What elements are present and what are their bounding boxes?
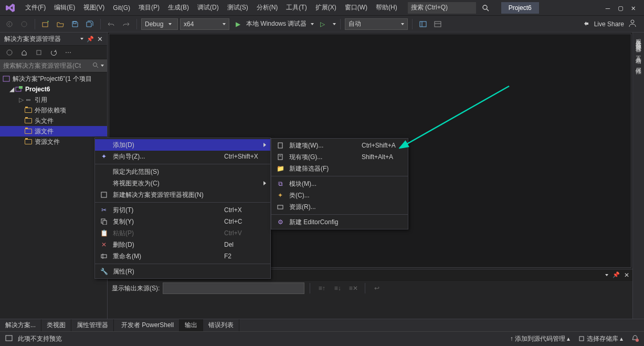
- svg-point-0: [483, 5, 487, 9]
- menu-existing-item[interactable]: 现有项(G)...Shift+Alt+A: [271, 151, 408, 163]
- open-button[interactable]: [54, 18, 67, 30]
- menu-class[interactable]: ✦类(C)...: [271, 190, 408, 201]
- more-icon[interactable]: ⋯: [62, 46, 75, 59]
- menu-cut[interactable]: ✂剪切(T)Ctrl+X: [95, 204, 270, 216]
- menu-build[interactable]: 生成(B): [164, 1, 193, 14]
- save-button[interactable]: [69, 18, 81, 30]
- menu-resource[interactable]: 资源(R)...: [271, 201, 408, 213]
- server-explorer-tab[interactable]: 服务器资源管理器: [635, 35, 642, 43]
- tab-output[interactable]: 输出: [180, 319, 203, 331]
- solution-search-input[interactable]: 搜索解决方案资源管理器(Ct: [0, 59, 107, 72]
- menu-extensions[interactable]: 扩展(X): [311, 1, 341, 14]
- sync-icon[interactable]: [33, 46, 45, 59]
- menu-analyze[interactable]: 分析(N): [252, 1, 282, 14]
- menu-change-view[interactable]: 将视图更改为(C): [95, 177, 270, 189]
- prev-msg-icon[interactable]: ≡↑: [315, 282, 328, 295]
- home-icon[interactable]: [3, 46, 16, 59]
- undo-button[interactable]: [105, 18, 118, 30]
- menu-module[interactable]: ⧉模块(M)...: [271, 178, 408, 190]
- global-search-input[interactable]: 搜索 (Ctrl+Q): [408, 2, 476, 14]
- menu-class-wizard[interactable]: ✦类向导(Z)...Ctrl+Shift+X: [95, 151, 270, 162]
- menu-view[interactable]: 视图(V): [79, 1, 109, 14]
- menu-test[interactable]: 测试(S): [223, 1, 252, 14]
- debugger-label[interactable]: 本地 Windows 调试器: [246, 19, 307, 28]
- tab-class-view[interactable]: 类视图: [41, 319, 71, 331]
- menu-window[interactable]: 窗口(W): [341, 1, 372, 14]
- home-btn[interactable]: [18, 46, 30, 59]
- menu-copy[interactable]: 复制(Y)Ctrl+C: [95, 216, 270, 227]
- caret-icon[interactable]: ◢: [8, 86, 15, 93]
- window-minimize-button[interactable]: —: [606, 4, 610, 12]
- class-icon: ✦: [276, 192, 285, 199]
- notification-bell-icon[interactable]: [631, 334, 639, 343]
- menu-tools[interactable]: 工具(T): [282, 1, 311, 14]
- panel-options-icon[interactable]: [80, 38, 83, 40]
- panel-menu-icon[interactable]: [605, 274, 608, 276]
- menu-delete[interactable]: ✕删除(D)Del: [95, 239, 270, 250]
- menu-rename[interactable]: 重命名(M)F2: [95, 250, 270, 262]
- user-icon[interactable]: [628, 19, 637, 29]
- menu-scope[interactable]: 限定为此范围(S): [95, 166, 270, 177]
- platform-dropdown[interactable]: x64: [180, 18, 229, 30]
- svg-rect-8: [435, 22, 441, 27]
- menu-project[interactable]: 项目(P): [134, 1, 164, 14]
- source-files-node[interactable]: 源文件: [0, 126, 107, 137]
- toolbox-tab[interactable]: 工具箱: [635, 51, 642, 55]
- menu-properties[interactable]: 🔧属性(R): [95, 266, 270, 277]
- window-maximize-button[interactable]: ▢: [618, 4, 622, 12]
- start-debug-button[interactable]: ▶: [231, 18, 244, 30]
- svg-rect-18: [6, 335, 12, 341]
- pin-icon[interactable]: 📌: [613, 271, 620, 278]
- select-repo-button[interactable]: 选择存储库 ▴: [578, 334, 623, 343]
- menu-git[interactable]: Git(G): [109, 2, 134, 14]
- layout-btn-2[interactable]: [431, 18, 444, 30]
- menu-new-solution-view[interactable]: 新建解决方案资源管理器视图(N): [95, 189, 270, 201]
- resource-files-node[interactable]: 资源文件: [0, 137, 107, 147]
- references-node[interactable]: ▷ ▫▫ 引用: [0, 95, 107, 105]
- search-icon[interactable]: [480, 4, 491, 12]
- menu-new-filter[interactable]: 📁新建筛选器(F): [271, 163, 408, 174]
- config-dropdown[interactable]: Debug: [141, 18, 178, 30]
- nav-fwd-button[interactable]: [18, 18, 30, 30]
- clear-icon[interactable]: ≡✕: [347, 282, 360, 295]
- svg-rect-21: [101, 192, 107, 197]
- menu-edit[interactable]: 编辑(E): [50, 1, 79, 14]
- project-node[interactable]: ◢ Project6: [0, 84, 107, 95]
- preview-icon: [5, 335, 13, 343]
- next-msg-icon[interactable]: ≡↓: [331, 282, 344, 295]
- nav-back-button[interactable]: [3, 18, 16, 30]
- tab-solution-explorer[interactable]: 解决方案...: [0, 319, 41, 331]
- wrap-icon[interactable]: ↩: [371, 282, 383, 295]
- external-deps-node[interactable]: 外部依赖项: [0, 105, 107, 116]
- window-close-button[interactable]: ✕: [631, 4, 636, 12]
- svg-rect-5: [73, 22, 76, 24]
- tab-dev-powershell[interactable]: 开发者 PowerShell: [116, 319, 180, 331]
- menu-file[interactable]: 文件(F): [21, 1, 50, 14]
- menu-new-item[interactable]: 新建项(W)...Ctrl+Shift+A: [271, 140, 408, 151]
- menu-new-editorconfig[interactable]: ⚙新建 EditorConfig: [271, 216, 408, 228]
- save-all-button[interactable]: [83, 18, 96, 30]
- solution-node[interactable]: 解决方案"Project6"(1 个项目: [0, 74, 107, 84]
- menu-add[interactable]: 添加(D): [95, 139, 270, 151]
- add-source-control-button[interactable]: ↑ 添加到源代码管理 ▴: [510, 334, 571, 343]
- header-files-node[interactable]: 头文件: [0, 116, 107, 126]
- existing-item-icon: [276, 154, 285, 160]
- auto-dropdown[interactable]: 自动: [345, 18, 408, 30]
- menu-help[interactable]: 帮助(H): [372, 1, 402, 14]
- redo-button[interactable]: [120, 18, 132, 30]
- panel-close-button[interactable]: ✕: [97, 35, 103, 43]
- menu-debug[interactable]: 调试(D): [193, 1, 223, 14]
- tab-property-manager[interactable]: 属性管理器: [71, 319, 114, 331]
- svg-rect-26: [278, 143, 282, 148]
- caret-icon[interactable]: ▷: [18, 96, 24, 103]
- layout-btn-1[interactable]: [417, 18, 429, 30]
- refresh-icon[interactable]: [47, 46, 60, 59]
- output-source-dropdown[interactable]: [163, 282, 304, 294]
- properties-tab[interactable]: 属性: [635, 63, 642, 65]
- start-no-debug-button[interactable]: ▷: [316, 18, 329, 30]
- liveshare-button[interactable]: Live Share: [594, 20, 624, 28]
- tab-error-list[interactable]: 错误列表: [203, 319, 239, 331]
- new-project-button[interactable]: [39, 18, 52, 30]
- panel-close-button[interactable]: ✕: [624, 271, 629, 279]
- pin-icon[interactable]: 📌: [87, 36, 94, 43]
